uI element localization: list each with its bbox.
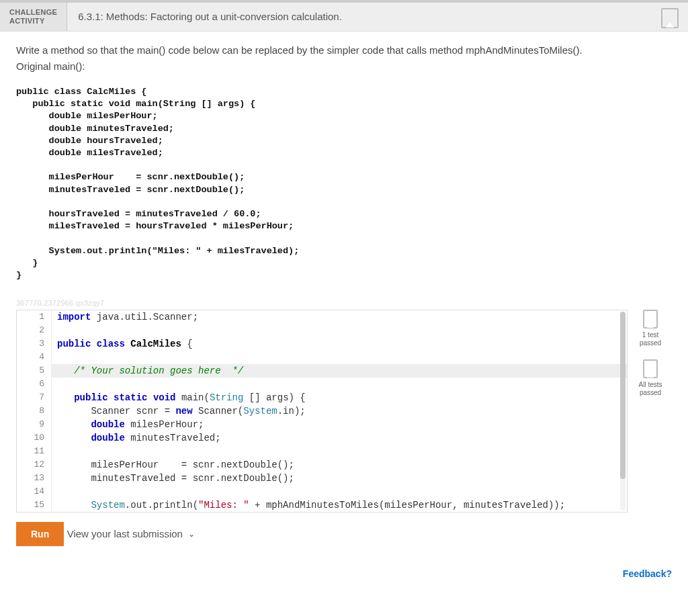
line-number: 10 — [17, 431, 52, 445]
test-status-panel: 1 testpassedAll testspassed — [628, 310, 666, 409]
editor-line[interactable]: 15 System.out.println("Miles: " + mphAnd… — [17, 498, 627, 512]
chevron-down-icon: ⌄ — [188, 529, 195, 539]
editor-row: 1import java.util.Scanner;23public class… — [16, 310, 672, 513]
line-number: 4 — [17, 351, 52, 364]
line-code[interactable]: public class CalcMiles { — [52, 337, 627, 351]
content-area: Write a method so that the main() code b… — [0, 32, 688, 562]
editor-line[interactable]: 11 — [17, 445, 627, 458]
editor-line[interactable]: 12 milesPerHour = scnr.nextDouble(); — [17, 458, 627, 472]
status-bookmark-icon — [643, 310, 658, 328]
line-code[interactable] — [52, 378, 627, 391]
line-code[interactable]: import java.util.Scanner; — [52, 310, 627, 324]
editor-line[interactable]: 10 double minutesTraveled; — [17, 431, 627, 445]
bookmark-icon[interactable] — [661, 8, 679, 28]
editor-line[interactable]: 13 minutesTraveled = scnr.nextDouble(); — [17, 472, 627, 485]
feedback-area: Feedback? — [0, 562, 688, 593]
line-number: 15 — [17, 498, 52, 512]
editor-scrollbar[interactable] — [620, 312, 626, 511]
line-number: 7 — [17, 391, 52, 404]
line-code[interactable]: /* Your solution goes here */ — [52, 364, 627, 378]
line-number: 11 — [17, 445, 52, 458]
status-text: 1 testpassed — [634, 331, 666, 347]
line-number: 5 — [17, 364, 52, 378]
line-number: 14 — [17, 485, 52, 498]
editor-line[interactable]: 4 — [17, 351, 627, 364]
line-number: 8 — [17, 404, 52, 418]
challenge-label-line2: ACTIVITY — [9, 17, 57, 26]
instructions: Write a method so that the main() code b… — [16, 42, 672, 74]
editor-line[interactable]: 3public class CalcMiles { — [17, 337, 627, 351]
feedback-link[interactable]: Feedback? — [623, 568, 672, 579]
activity-title: 6.3.1: Methods: Factoring out a unit-con… — [67, 3, 661, 31]
line-code[interactable] — [52, 445, 627, 458]
line-number: 3 — [17, 337, 52, 351]
line-code[interactable]: double milesPerHour; — [52, 418, 627, 431]
code-editor[interactable]: 1import java.util.Scanner;23public class… — [16, 310, 628, 513]
line-number: 6 — [17, 378, 52, 391]
line-code[interactable]: minutesTraveled = scnr.nextDouble(); — [52, 472, 627, 485]
editor-line[interactable]: 5 /* Your solution goes here */ — [17, 364, 627, 378]
line-code[interactable]: milesPerHour = scnr.nextDouble(); — [52, 458, 627, 472]
instructions-line2: Original main(): — [16, 58, 672, 74]
line-code[interactable] — [52, 351, 627, 364]
status-item: 1 testpassed — [634, 310, 666, 347]
line-code[interactable] — [52, 485, 627, 498]
line-code[interactable]: double minutesTraveled; — [52, 431, 627, 445]
editor-line[interactable]: 14 — [17, 485, 627, 498]
challenge-label-line1: CHALLENGE — [9, 8, 57, 17]
editor-line[interactable]: 2 — [17, 324, 627, 337]
instructions-line1: Write a method so that the main() code b… — [16, 42, 672, 58]
line-number: 1 — [17, 310, 52, 324]
line-number: 13 — [17, 472, 52, 485]
editor-line[interactable]: 7 public static void main(String [] args… — [17, 391, 627, 404]
editor-line[interactable]: 6 — [17, 378, 627, 391]
view-submission-label: View your last submission — [67, 528, 183, 539]
watermark: 367770.2372966.qx3zqy7 — [16, 299, 672, 307]
line-code[interactable]: Scanner scnr = new Scanner(System.in); — [52, 404, 627, 418]
challenge-label: CHALLENGE ACTIVITY — [0, 3, 67, 31]
line-code[interactable]: public static void main(String [] args) … — [52, 391, 627, 404]
original-code-block: public class CalcMiles { public static v… — [16, 86, 672, 282]
editor-line[interactable]: 8 Scanner scnr = new Scanner(System.in); — [17, 404, 627, 418]
run-button[interactable]: Run — [16, 522, 64, 546]
view-submission-link[interactable]: View your last submission ⌄ — [67, 528, 195, 539]
editor-line[interactable]: 1import java.util.Scanner; — [17, 310, 627, 324]
status-item: All testspassed — [634, 359, 666, 397]
line-number: 9 — [17, 418, 52, 431]
line-code[interactable]: System.out.println("Miles: " + mphAndMin… — [52, 498, 627, 512]
activity-header: CHALLENGE ACTIVITY 6.3.1: Methods: Facto… — [0, 3, 688, 32]
editor-line[interactable]: 9 double milesPerHour; — [17, 418, 627, 431]
line-code[interactable] — [52, 324, 627, 337]
line-number: 2 — [17, 324, 52, 337]
status-text: All testspassed — [634, 381, 666, 397]
line-number: 12 — [17, 458, 52, 472]
status-bookmark-icon — [643, 359, 658, 378]
